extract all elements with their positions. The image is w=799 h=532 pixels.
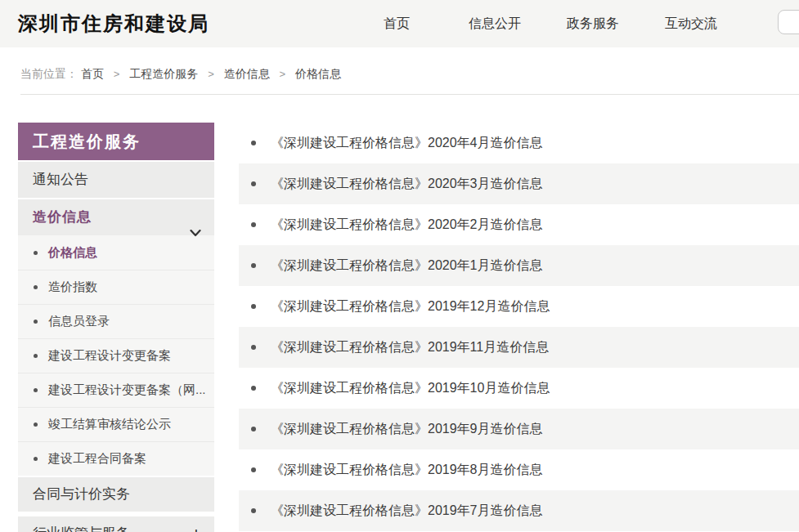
sidebar-item-label: 造价信息 bbox=[33, 209, 92, 225]
breadcrumb-separator: > bbox=[114, 68, 120, 80]
list-item: 《深圳建设工程价格信息》2019年8月造价信息 bbox=[239, 449, 799, 490]
sidebar-item-label: 信息员登录 bbox=[48, 314, 110, 329]
breadcrumb-link-price-info[interactable]: 价格信息 bbox=[295, 67, 341, 80]
bullet-icon bbox=[34, 354, 38, 358]
list-item: 《深圳建设工程价格信息》2020年1月造价信息 bbox=[239, 245, 799, 286]
plus-icon: + bbox=[191, 516, 201, 532]
bullet-icon bbox=[251, 386, 256, 391]
nav-item-interaction[interactable]: 互动交流 bbox=[642, 0, 740, 47]
sidebar: 工程造价服务 通知公告 造价信息 价格信息 造价指数 信息员登录 建设工程设计变… bbox=[18, 123, 214, 532]
breadcrumb-separator: > bbox=[208, 68, 214, 80]
nav-item-home[interactable]: 首页 bbox=[348, 0, 446, 47]
sidebar-item-cost-index[interactable]: 造价指数 bbox=[18, 270, 214, 304]
sidebar-item-label: 建设工程设计变更备案 bbox=[48, 348, 171, 364]
bullet-icon bbox=[251, 222, 256, 227]
sidebar-item-label: 行业监管与服务 bbox=[33, 525, 130, 532]
search-box[interactable] bbox=[778, 10, 799, 34]
sidebar-submenu: 价格信息 造价指数 信息员登录 建设工程设计变更备案 建设工程设计变更备案（网.… bbox=[18, 235, 214, 476]
article-list: 《深圳建设工程价格信息》2020年4月造价信息 《深圳建设工程价格信息》2020… bbox=[239, 123, 799, 531]
breadcrumb-link-home[interactable]: 首页 bbox=[81, 67, 104, 80]
sidebar-item-notices[interactable]: 通知公告 bbox=[18, 162, 214, 198]
page-header: 深圳市住房和建设局 首页 信息公开 政务服务 互动交流 bbox=[0, 0, 799, 47]
bullet-icon bbox=[251, 508, 256, 513]
sidebar-item-industry-supervision[interactable]: 行业监管与服务 + bbox=[18, 516, 214, 532]
list-item: 《深圳建设工程价格信息》2020年2月造价信息 bbox=[239, 204, 799, 245]
sidebar-title: 工程造价服务 bbox=[18, 123, 214, 160]
list-item-link[interactable]: 《深圳建设工程价格信息》2019年7月造价信息 bbox=[271, 503, 543, 520]
sidebar-item-cost-info[interactable]: 造价信息 bbox=[18, 199, 214, 235]
sidebar-item-contract-practice[interactable]: 合同与计价实务 bbox=[18, 477, 214, 512]
breadcrumb-link-cost-services[interactable]: 工程造价服务 bbox=[129, 67, 198, 80]
bullet-icon bbox=[34, 457, 38, 461]
list-item: 《深圳建设工程价格信息》2019年9月造价信息 bbox=[239, 409, 799, 449]
list-item-link[interactable]: 《深圳建设工程价格信息》2019年10月造价信息 bbox=[271, 380, 550, 397]
nav-item-gov-services[interactable]: 政务服务 bbox=[544, 0, 642, 47]
sidebar-item-price-info[interactable]: 价格信息 bbox=[18, 235, 214, 270]
list-item: 《深圳建设工程价格信息》2019年10月造价信息 bbox=[239, 368, 799, 409]
bullet-icon bbox=[251, 345, 256, 350]
list-item: 《深圳建设工程价格信息》2020年4月造价信息 bbox=[239, 123, 799, 163]
bullet-icon bbox=[251, 181, 256, 186]
bullet-icon bbox=[251, 263, 256, 268]
sidebar-item-design-change-filing-online[interactable]: 建设工程设计变更备案（网... bbox=[18, 373, 214, 407]
list-item-link[interactable]: 《深圳建设工程价格信息》2019年9月造价信息 bbox=[271, 421, 543, 438]
sidebar-item-completion-settlement-publicity[interactable]: 竣工结算审核结论公示 bbox=[18, 407, 214, 441]
sidebar-item-label: 竣工结算审核结论公示 bbox=[48, 417, 171, 432]
bullet-icon bbox=[34, 251, 38, 255]
header-divider bbox=[20, 94, 799, 95]
sidebar-item-label: 建设工程设计变更备案（网... bbox=[48, 382, 206, 398]
list-item: 《深圳建设工程价格信息》2019年11月造价信息 bbox=[239, 327, 799, 368]
sidebar-item-design-change-filing[interactable]: 建设工程设计变更备案 bbox=[18, 338, 214, 373]
list-item-link[interactable]: 《深圳建设工程价格信息》2020年1月造价信息 bbox=[271, 257, 543, 275]
list-item-link[interactable]: 《深圳建设工程价格信息》2020年4月造价信息 bbox=[271, 135, 543, 152]
list-item-link[interactable]: 《深圳建设工程价格信息》2019年8月造价信息 bbox=[271, 462, 543, 479]
breadcrumb-separator: > bbox=[280, 68, 286, 80]
list-item-link[interactable]: 《深圳建设工程价格信息》2020年3月造价信息 bbox=[271, 176, 543, 193]
list-item-link[interactable]: 《深圳建设工程价格信息》2019年11月造价信息 bbox=[271, 339, 549, 356]
breadcrumb-label: 当前位置： bbox=[20, 67, 78, 80]
bullet-icon bbox=[251, 467, 256, 472]
bullet-icon bbox=[34, 422, 38, 427]
list-item: 《深圳建设工程价格信息》2019年12月造价信息 bbox=[239, 286, 799, 327]
nav-item-info-disclosure[interactable]: 信息公开 bbox=[446, 0, 544, 47]
bullet-icon bbox=[34, 320, 38, 324]
bullet-icon bbox=[34, 388, 38, 392]
sidebar-item-label: 建设工程合同备案 bbox=[48, 451, 146, 467]
list-item: 《深圳建设工程价格信息》2019年7月造价信息 bbox=[239, 490, 799, 531]
sidebar-item-label: 价格信息 bbox=[48, 245, 97, 261]
main-nav: 首页 信息公开 政务服务 互动交流 bbox=[348, 0, 740, 47]
bullet-icon bbox=[34, 285, 38, 289]
bullet-icon bbox=[251, 304, 256, 309]
list-item-link[interactable]: 《深圳建设工程价格信息》2019年12月造价信息 bbox=[271, 298, 550, 315]
bullet-icon bbox=[251, 141, 256, 145]
list-item-link[interactable]: 《深圳建设工程价格信息》2020年2月造价信息 bbox=[271, 217, 543, 234]
list-item: 《深圳建设工程价格信息》2020年3月造价信息 bbox=[239, 163, 799, 204]
sidebar-item-construction-contract-filing[interactable]: 建设工程合同备案 bbox=[18, 441, 214, 476]
sidebar-item-label: 造价指数 bbox=[48, 279, 97, 295]
bullet-icon bbox=[251, 427, 256, 431]
site-title: 深圳市住房和建设局 bbox=[18, 0, 209, 47]
sidebar-item-informant-login[interactable]: 信息员登录 bbox=[18, 304, 214, 338]
breadcrumb: 当前位置： 首页 > 工程造价服务 > 造价信息 > 价格信息 bbox=[20, 67, 341, 82]
breadcrumb-link-cost-info[interactable]: 造价信息 bbox=[224, 67, 270, 80]
